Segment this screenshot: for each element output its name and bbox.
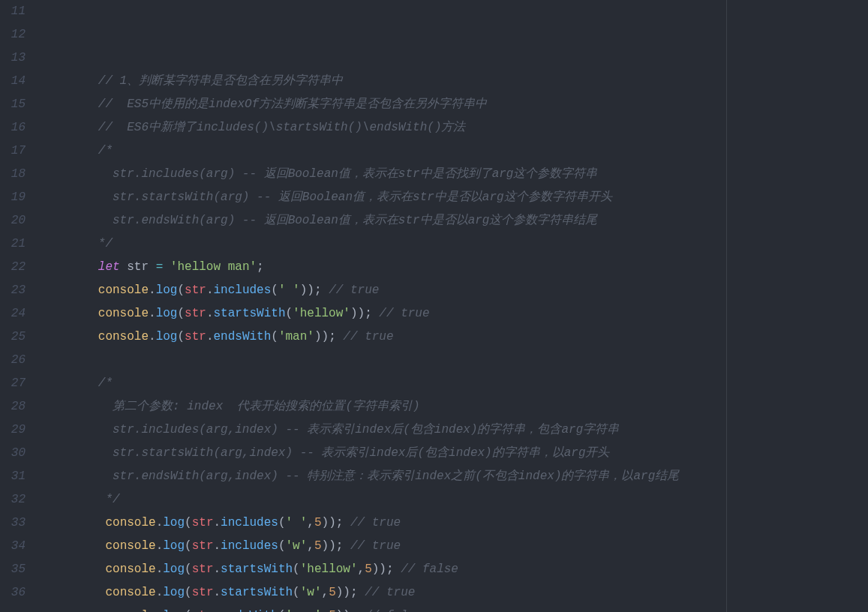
token-punct: ( [293,562,300,576]
code-line[interactable] [41,349,868,372]
token-comment: /* [98,144,113,158]
token-variable: str [192,516,214,530]
code-area[interactable]: // 1、判断某字符串是否包含在另外字符串中 // ES5中使用的是indexO… [41,0,868,612]
token-comment: // ES6中新增了includes()\startsWith()\endsWi… [98,121,466,134]
indent [41,539,105,553]
token-comment: str.includes(arg,index) -- 表示索引index后(包含… [113,423,619,436]
token-method: log [163,586,185,599]
line-number: 28 [0,395,26,418]
indent [41,214,113,227]
code-line[interactable]: /* [41,372,868,395]
token-variable: str [192,586,214,599]
token-method: log [156,307,178,320]
code-line[interactable]: console.log(str.startsWith('hellow')); /… [41,302,868,326]
code-line[interactable]: let str = 'hellow man'; [41,256,868,279]
token-punct: . [156,539,164,553]
token-method: startsWith [221,562,293,576]
line-number: 20 [0,209,26,232]
token-punct: )); [322,516,350,530]
code-line[interactable]: str.includes(arg,index) -- 表示索引index后(包含… [41,418,868,442]
token-punct: ( [293,586,300,599]
token-punct: str [120,260,156,274]
token-number: 5 [365,562,372,576]
code-line[interactable]: 第二个参数: index 代表开始搜索的位置(字符串索引) [41,395,868,418]
code-line[interactable]: console.log(str.startsWith('w',5)); // t… [41,581,868,604]
code-line[interactable]: // 1、判断某字符串是否包含在另外字符串中 [41,70,868,93]
token-variable: str [185,284,206,297]
token-method: log [163,539,185,553]
token-method: log [163,516,185,530]
token-punct: , [322,609,329,612]
code-line[interactable]: str.startsWith(arg) -- 返回Boolean值，表示在str… [41,186,868,209]
token-punct: , [307,516,314,530]
code-line[interactable]: // ES6中新增了includes()\startsWith()\endsWi… [41,116,868,140]
token-method: log [156,284,178,297]
token-comment: str.startsWith(arg) -- 返回Boolean值，表示在str… [113,190,612,204]
code-line[interactable]: str.endsWith(arg,index) -- 特别注意：表示索引inde… [41,465,868,488]
indent [41,330,98,344]
code-line[interactable]: str.startsWith(arg,index) -- 表示索引index后(… [41,442,868,465]
code-line[interactable]: /* [41,140,868,163]
token-punct: )); [372,562,401,576]
token-property: console [105,586,155,599]
token-property: console [105,539,155,553]
line-number: 13 [0,46,26,70]
token-punct: ( [177,307,185,320]
token-string: 'w' [300,586,322,599]
token-punct: . [213,516,221,530]
token-variable: str [192,562,214,576]
code-line[interactable]: console.log(str.endsWith('man',5)); // f… [41,604,868,612]
indent [41,516,105,530]
code-line[interactable]: console.log(str.endsWith('man')); // tru… [41,326,868,349]
code-line[interactable]: console.log(str.includes('w',5)); // tru… [41,535,868,558]
token-punct: , [358,562,365,576]
token-comment: */ [105,493,119,506]
token-string: 'man' [286,609,322,612]
code-line[interactable]: console.log(str.startsWith('hellow',5));… [41,558,868,581]
token-property: console [98,284,149,297]
token-operator: = [156,260,164,274]
token-string: 'hellow man' [170,260,257,274]
code-line[interactable]: */ [41,232,868,256]
code-line[interactable]: str.endsWith(arg) -- 返回Boolean值，表示在str中是… [41,209,868,232]
code-line[interactable]: */ [41,488,868,512]
token-punct: . [156,586,164,599]
token-comment: // true [329,284,379,297]
token-method: endsWith [221,609,278,612]
token-comment: str.endsWith(arg) -- 返回Boolean值，表示在str中是… [113,214,597,227]
token-comment: // true [365,586,415,599]
line-number: 17 [0,140,26,163]
token-method: includes [221,539,278,553]
code-line[interactable]: console.log(str.includes(' ')); // true [41,279,868,302]
token-property: console [105,516,155,530]
token-property: console [105,562,155,576]
token-variable: str [192,539,214,553]
token-punct: )); [336,586,365,599]
line-number: 34 [0,535,26,558]
token-number: 5 [314,539,322,553]
token-punct: ( [271,284,278,297]
code-line[interactable]: str.includes(arg) -- 返回Boolean值，表示在str中是… [41,163,868,186]
token-punct: . [149,307,156,320]
code-line[interactable]: console.log(str.includes(' ',5)); // tru… [41,512,868,535]
token-punct: ( [278,516,286,530]
code-editor[interactable]: 1112131415161718192021222324252627282930… [0,0,868,612]
token-punct [163,260,170,274]
token-string: 'hellow' [293,307,350,320]
indent [41,144,98,158]
line-number: 36 [0,581,26,604]
token-punct: . [156,562,164,576]
token-punct: , [307,539,314,553]
indent [41,423,113,436]
code-line[interactable]: // ES5中使用的是indexOf方法判断某字符串是否包含在另外字符串中 [41,93,868,116]
token-punct: . [156,609,164,612]
token-punct: ( [278,539,286,553]
token-string: ' ' [286,516,308,530]
token-punct: . [213,586,221,599]
token-variable: str [185,307,206,320]
column-ruler [726,0,727,612]
line-number: 18 [0,163,26,186]
line-number: 22 [0,256,26,279]
line-number: 27 [0,372,26,395]
indent [41,376,98,390]
